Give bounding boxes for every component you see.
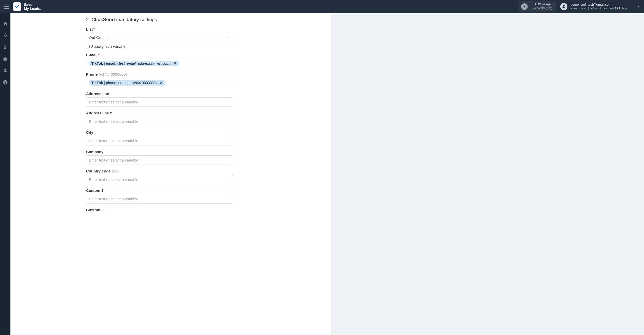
billing-icon[interactable] <box>3 44 8 50</box>
app-logo[interactable] <box>13 2 21 11</box>
chip-key: phone_number: <box>106 81 132 85</box>
country-input[interactable] <box>89 177 230 182</box>
stage: 2. ClickSend mandatory settings List* Op… <box>10 13 644 335</box>
account-menu[interactable]: demo_sml_test@gmail.com Plan | Basic | l… <box>560 3 640 11</box>
app-name-line1: Save <box>24 3 41 7</box>
company-input[interactable] <box>89 158 230 162</box>
help-icon[interactable] <box>3 79 8 85</box>
plan-prefix: Plan | <box>570 7 579 10</box>
usage-limit: 5'000 <box>537 7 544 10</box>
country-hint: (US) <box>112 169 120 173</box>
usage-text: LEADS usage: 5 of 5'000 (0%) <box>531 3 552 10</box>
country-input-wrap[interactable] <box>86 175 233 184</box>
app-name-line2: My Leads. <box>24 7 41 11</box>
city-input[interactable] <box>89 139 230 143</box>
avatar-icon <box>560 3 567 10</box>
briefcase-icon[interactable] <box>3 56 8 62</box>
section-num: 2. <box>86 17 90 22</box>
address2-input-wrap[interactable] <box>86 117 233 126</box>
label-address1: Address line <box>86 91 233 96</box>
phone-chip: TikTok | phone_number: «8001000000» ✕ <box>89 80 165 86</box>
address1-input[interactable] <box>89 100 230 104</box>
city-input-wrap[interactable] <box>86 136 233 145</box>
label-country: Country code (US) <box>86 169 233 173</box>
account-text: demo_sml_test@gmail.com Plan | Basic | l… <box>570 3 628 11</box>
usage-title: LEADS usage: <box>531 3 552 7</box>
chevron-down-icon[interactable] <box>636 5 640 9</box>
chip-value: «8001000000» <box>133 81 158 85</box>
company-input-wrap[interactable] <box>86 155 233 165</box>
plan-days: 173 <box>615 7 620 10</box>
label-company: Company <box>86 150 233 154</box>
sidebar <box>0 13 10 335</box>
home-icon[interactable] <box>3 21 8 26</box>
chip-remove[interactable]: ✕ <box>160 81 163 85</box>
settings-card: 2. ClickSend mandatory settings List* Op… <box>10 13 331 335</box>
account-email: demo_sml_test@gmail.com <box>570 3 628 7</box>
field-address1: Address line <box>86 91 233 107</box>
usage-count: 5 <box>531 7 533 10</box>
user-icon[interactable] <box>3 68 8 73</box>
usage-box[interactable]: i LEADS usage: 5 of 5'000 (0%) <box>519 1 556 12</box>
label-email: E-mail* <box>86 53 233 57</box>
field-email: E-mail* TikTok | email: «test_email_addr… <box>86 53 233 68</box>
label-custom1: Custom 1 <box>86 188 233 193</box>
plan-days-word: days <box>621 7 628 10</box>
custom1-input-wrap[interactable] <box>86 194 233 204</box>
chip-source: TikTok <box>91 81 103 85</box>
chip-source: TikTok <box>91 61 103 65</box>
section-rest: mandatory settings <box>116 17 157 22</box>
label-phone: Phone (+14840000000) <box>86 72 233 76</box>
phone-input[interactable]: TikTok | phone_number: «8001000000» ✕ <box>86 78 233 87</box>
field-custom2: Custom 2 <box>86 208 233 212</box>
menu-toggle[interactable] <box>4 5 9 9</box>
chip-remove[interactable]: ✕ <box>173 61 177 65</box>
list-select[interactable]: Opt-Out List <box>86 33 233 42</box>
phone-hint: (+14840000000) <box>99 72 127 76</box>
usage-pct: (0%) <box>545 7 552 10</box>
plan-mid: | left until payment <box>588 7 614 10</box>
field-country: Country code (US) <box>86 169 233 184</box>
list-variable-row: Specify as a variable <box>86 44 233 49</box>
email-input[interactable]: TikTok | email: «test_email_address@mail… <box>86 59 233 68</box>
label-custom2: Custom 2 <box>86 208 233 212</box>
list-variable-checkbox[interactable] <box>86 45 90 48</box>
address2-input[interactable] <box>89 119 230 124</box>
chip-key: email: <box>106 61 116 65</box>
list-select-value: Opt-Out List <box>89 35 109 40</box>
usage-of: of <box>533 7 536 10</box>
field-city: City <box>86 130 233 145</box>
label-address2: Address line 2 <box>86 111 233 115</box>
info-icon: i <box>521 3 528 10</box>
address1-input-wrap[interactable] <box>86 97 233 107</box>
chip-value: «test_email_address@mail.com» <box>117 61 172 65</box>
field-list: List* Opt-Out List Specify as a variable <box>86 27 233 49</box>
field-company: Company <box>86 150 233 165</box>
section-title: 2. ClickSend mandatory settings <box>86 17 233 22</box>
plan-name: Basic <box>579 7 587 10</box>
email-chip: TikTok | email: «test_email_address@mail… <box>89 61 179 66</box>
label-city: City <box>86 130 233 135</box>
topbar: Save My Leads. i LEADS usage: 5 of 5'000… <box>0 0 644 13</box>
field-phone: Phone (+14840000000) TikTok | phone_numb… <box>86 72 233 87</box>
connections-icon[interactable] <box>3 33 8 38</box>
field-custom1: Custom 1 <box>86 188 233 204</box>
app-name: Save My Leads. <box>24 3 41 11</box>
section-strong: ClickSend <box>91 17 115 22</box>
label-list: List* <box>86 27 233 31</box>
field-address2: Address line 2 <box>86 111 233 126</box>
chevron-down-icon <box>227 35 230 40</box>
custom1-input[interactable] <box>89 197 230 201</box>
list-variable-label: Specify as a variable <box>91 44 126 49</box>
